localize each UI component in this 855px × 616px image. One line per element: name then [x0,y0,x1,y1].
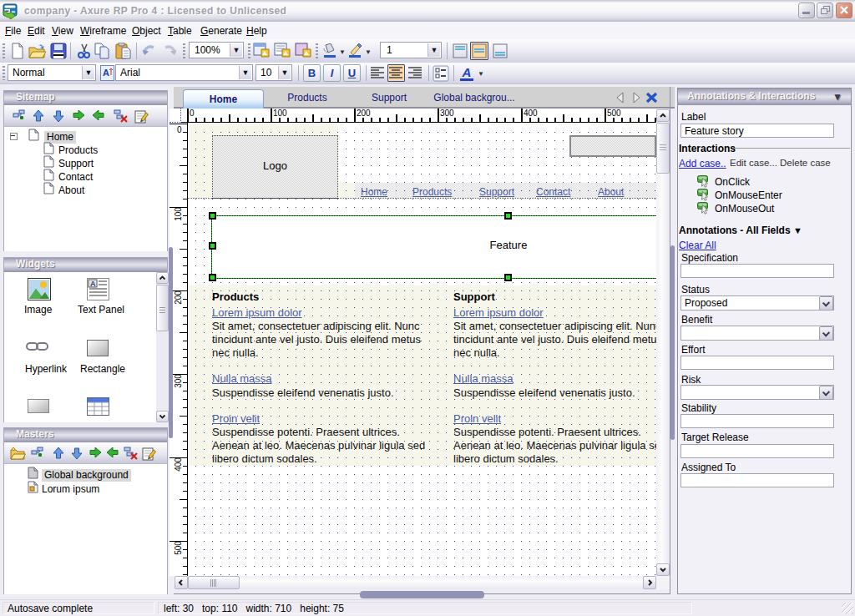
svg-text:A: A [90,280,96,288]
svg-text:A: A [103,68,109,78]
